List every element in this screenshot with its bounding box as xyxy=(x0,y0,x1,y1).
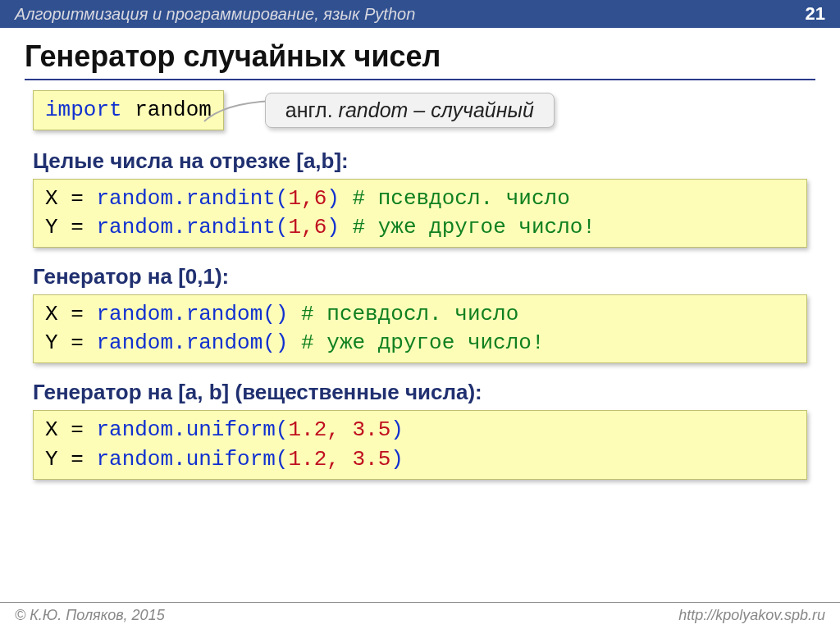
code-args: 1.2, 3.5 xyxy=(288,447,390,472)
note-word: random xyxy=(339,98,409,121)
code-block-randint: X = random.randint(1,6) # псевдосл. числ… xyxy=(33,179,807,248)
code-comment: # псевдосл. число xyxy=(301,302,518,326)
code-block-uniform: X = random.uniform(1.2, 3.5) Y = random.… xyxy=(33,410,807,479)
code-pad xyxy=(340,186,353,211)
note-prefix: англ. xyxy=(285,98,339,121)
code-call: random.random() xyxy=(96,302,288,326)
code-rparen: ) xyxy=(390,417,404,442)
code-rparen: ) xyxy=(390,447,404,472)
code-lhs: Y = xyxy=(45,447,96,472)
copyright-text: © К.Ю. Поляков, 2015 xyxy=(15,607,165,624)
code-line: X = random.uniform(1.2, 3.5) xyxy=(45,416,795,444)
page-number: 21 xyxy=(806,3,825,25)
code-comment: # псевдосл. число xyxy=(353,186,570,211)
code-lhs: Y = xyxy=(45,330,96,355)
breadcrumb: Алгоритмизация и программирование, язык … xyxy=(15,5,415,24)
code-line: X = random.randint(1,6) # псевдосл. числ… xyxy=(45,185,795,213)
code-args: 1,6 xyxy=(288,215,326,239)
code-call: random.random() xyxy=(96,330,288,355)
code-line: Y = random.randint(1,6) # уже другое чис… xyxy=(45,213,795,242)
header-bar: Алгоритмизация и программирование, язык … xyxy=(0,0,840,28)
page-title: Генератор случайных чисел xyxy=(0,28,840,79)
code-lhs: X = xyxy=(45,417,96,442)
code-pad xyxy=(288,302,301,326)
code-args: 1.2, 3.5 xyxy=(288,417,390,442)
code-comment: # уже другое число! xyxy=(301,330,544,355)
code-pad xyxy=(288,330,301,355)
code-comment: # уже другое число! xyxy=(353,215,596,239)
section-heading: Генератор на [0,1): xyxy=(33,264,807,289)
translation-note: англ. random – случайный xyxy=(265,93,555,128)
section-heading: Генератор на [a, b] (вещественные числа)… xyxy=(33,380,807,405)
module-name: random xyxy=(122,98,212,122)
code-call: random.randint( xyxy=(96,215,288,239)
footer-bar: © К.Ю. Поляков, 2015 http://kpolyakov.sp… xyxy=(0,602,840,629)
title-underline xyxy=(25,79,815,80)
code-line: Y = random.random() # уже другое число! xyxy=(45,329,795,358)
code-call: random.uniform( xyxy=(96,447,288,472)
code-call: random.randint( xyxy=(96,186,288,211)
keyword-import: import xyxy=(45,98,122,122)
note-suffix: – случайный xyxy=(408,98,533,121)
code-block-random: X = random.random() # псевдосл. число Y … xyxy=(33,294,807,363)
code-args: 1,6 xyxy=(288,186,326,211)
code-rparen: ) xyxy=(326,186,340,211)
footer-url: http://kpolyakov.spb.ru xyxy=(678,607,825,624)
code-call: random.uniform( xyxy=(96,417,288,442)
code-lhs: X = xyxy=(45,302,96,326)
code-lhs: Y = xyxy=(45,215,96,239)
import-code-box: import random xyxy=(33,90,224,130)
code-line: Y = random.uniform(1.2, 3.5) xyxy=(45,445,795,474)
code-line: X = random.random() # псевдосл. число xyxy=(45,300,795,329)
code-lhs: X = xyxy=(45,186,96,211)
section-heading: Целые числа на отрезке [a,b]: xyxy=(33,148,807,174)
code-pad xyxy=(340,215,353,239)
code-rparen: ) xyxy=(326,215,340,239)
